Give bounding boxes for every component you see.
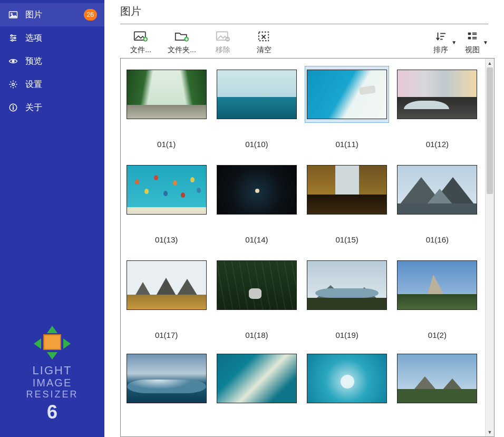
- gear-icon: [7, 80, 19, 89]
- nav-label: 设置: [25, 79, 97, 90]
- thumbnail-item[interactable]: 01(11): [305, 66, 390, 149]
- clear-icon: [257, 30, 272, 43]
- sliders-icon: [7, 33, 19, 43]
- thumbnail-label: 01(11): [335, 140, 358, 149]
- thumbnail-label: 01(16): [426, 235, 449, 244]
- svg-point-5: [11, 35, 13, 36]
- svg-rect-23: [468, 37, 471, 40]
- scroll-up-button[interactable]: ▲: [486, 59, 494, 67]
- svg-point-9: [12, 83, 15, 86]
- toolbar-label: 清空: [257, 45, 272, 55]
- svg-point-8: [12, 60, 15, 63]
- thumbnail-label: 01(2): [428, 331, 447, 339]
- nav-label: 预览: [25, 56, 97, 67]
- info-icon: [7, 103, 19, 112]
- thumbnail-item[interactable]: [214, 352, 299, 405]
- toolbar-label: 视图: [465, 45, 480, 55]
- thumbnail-label: 01(14): [245, 235, 268, 244]
- thumbnail-item[interactable]: [305, 352, 390, 405]
- thumbnail-item[interactable]: [395, 352, 480, 405]
- app-version: 6: [0, 401, 104, 423]
- thumbnail-label: 01(17): [155, 331, 178, 339]
- thumbnail-item[interactable]: 01(10): [214, 66, 299, 149]
- app-name: LIGHT IMAGE RESIZER: [0, 364, 104, 400]
- thumbnail-grid-container: 01(1) 01(10) 01(11) 01(12): [120, 58, 495, 437]
- thumbnail-item[interactable]: 01(13): [124, 161, 209, 244]
- eye-icon: [7, 56, 19, 66]
- image-remove-icon: [216, 30, 230, 43]
- page-title: 图片: [104, 0, 504, 20]
- thumbnail-item[interactable]: 01(2): [395, 257, 480, 339]
- nav-about[interactable]: 关于: [0, 96, 104, 119]
- nav-options[interactable]: 选项: [0, 26, 104, 50]
- nav-settings[interactable]: 设置: [0, 73, 104, 96]
- scroll-down-button[interactable]: ▼: [486, 428, 494, 436]
- svg-point-6: [14, 37, 16, 39]
- thumbnail-item[interactable]: 01(12): [395, 66, 480, 149]
- nav-list: 图片 26 选项 预览 设置 关于: [0, 0, 104, 119]
- svg-point-1: [11, 13, 13, 15]
- sort-icon: [434, 30, 447, 43]
- thumbnail-label: 01(1): [157, 140, 176, 149]
- thumbnail-label: 01(12): [426, 140, 449, 149]
- brand-line: IMAGE: [0, 377, 104, 389]
- sort-button[interactable]: 排序 ▼: [433, 30, 457, 55]
- svg-rect-12: [13, 107, 14, 110]
- sidebar: 图片 26 选项 预览 设置 关于: [0, 0, 104, 437]
- add-folder-button[interactable]: 文件夹...: [161, 30, 202, 55]
- thumbnail-item[interactable]: 01(18): [214, 257, 299, 339]
- main-panel: 图片 文件... 文件夹... 移除 清空: [104, 0, 504, 437]
- toolbar-label: 文件夹...: [168, 45, 196, 55]
- nav-preview[interactable]: 预览: [0, 50, 104, 73]
- svg-point-11: [13, 105, 14, 106]
- brand-line: LIGHT: [0, 364, 104, 377]
- toolbar-label: 排序: [433, 45, 448, 55]
- image-add-icon: [133, 30, 148, 43]
- clear-button[interactable]: 清空: [244, 30, 285, 55]
- thumbnail-item[interactable]: [124, 352, 209, 405]
- nav-label: 选项: [25, 33, 97, 44]
- thumbnail-item[interactable]: 01(14): [214, 161, 299, 244]
- thumbnail-item[interactable]: 01(16): [395, 161, 480, 244]
- thumbnail-label: 01(13): [155, 235, 178, 244]
- thumbnail-label: 01(15): [335, 235, 358, 244]
- scrollbar-thumb[interactable]: [487, 67, 493, 194]
- folder-add-icon: [175, 30, 189, 43]
- toolbar: 文件... 文件夹... 移除 清空 排序: [104, 24, 504, 58]
- thumbnail-grid[interactable]: 01(1) 01(10) 01(11) 01(12): [121, 59, 485, 436]
- toolbar-label: 移除: [216, 45, 230, 55]
- nav-images[interactable]: 图片 26: [0, 3, 104, 26]
- svg-point-7: [12, 40, 13, 41]
- app-logo-icon: [34, 327, 71, 358]
- image-count-badge: 26: [84, 9, 97, 21]
- view-icon: [466, 30, 479, 43]
- svg-rect-22: [468, 33, 471, 35]
- app-brand: LIGHT IMAGE RESIZER 6: [0, 317, 104, 437]
- image-icon: [7, 10, 19, 20]
- brand-line: RESIZER: [0, 389, 104, 400]
- thumbnail-item[interactable]: 01(19): [305, 257, 390, 339]
- view-button[interactable]: 视图 ▼: [465, 30, 488, 55]
- thumbnail-label: 01(18): [245, 331, 268, 339]
- toolbar-label: 文件...: [130, 45, 151, 55]
- thumbnail-item[interactable]: 01(15): [305, 161, 390, 244]
- thumbnail-item[interactable]: 01(1): [124, 66, 209, 149]
- scrollbar[interactable]: ▲ ▼: [485, 59, 494, 436]
- add-file-button[interactable]: 文件...: [120, 30, 161, 55]
- chevron-down-icon: ▼: [451, 40, 457, 45]
- thumbnail-item[interactable]: 01(17): [124, 257, 209, 339]
- remove-button[interactable]: 移除: [202, 30, 244, 55]
- nav-label: 关于: [25, 102, 97, 113]
- thumbnail-label: 01(19): [335, 331, 358, 339]
- nav-label: 图片: [25, 9, 84, 21]
- chevron-down-icon: ▼: [483, 40, 488, 45]
- thumbnail-label: 01(10): [245, 140, 268, 149]
